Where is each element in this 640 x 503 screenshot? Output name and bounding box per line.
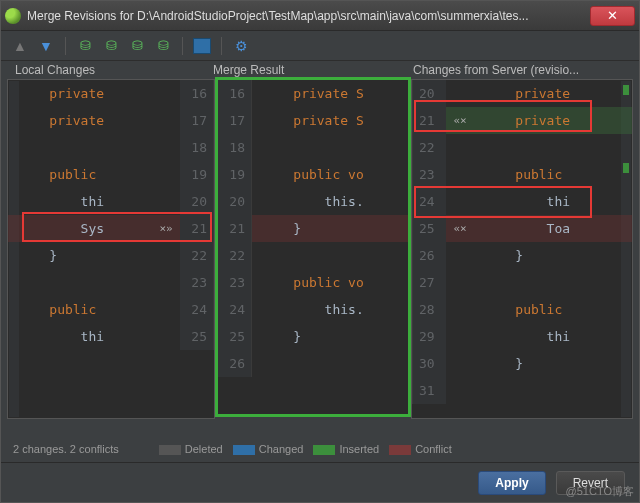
server-pane[interactable]: 20 private21«× private2223 public24 thi2… — [411, 79, 633, 419]
code-line[interactable]: 29 thi — [412, 323, 632, 350]
prev-diff-icon[interactable]: ▲ — [11, 37, 29, 55]
app-icon — [5, 8, 21, 24]
legend-bar: 2 changes. 2 conflicts Deleted Changed I… — [1, 436, 639, 462]
merge-label: Merge Result — [213, 63, 413, 77]
changed-swatch — [233, 445, 255, 455]
diff-panes: private 16 private 1718 public 19 thi20 … — [1, 79, 639, 436]
server-label: Changes from Server (revisio... — [413, 63, 629, 77]
code-line[interactable]: 19 public vo — [218, 161, 408, 188]
code-line[interactable]: 17 private S — [218, 107, 408, 134]
code-line[interactable]: public 19 — [8, 161, 214, 188]
apply-right-icon[interactable]: ⛁ — [102, 37, 120, 55]
merge-window: Merge Revisions for D:\AndroidStudioProj… — [0, 0, 640, 503]
next-diff-icon[interactable]: ▼ — [37, 37, 55, 55]
local-label: Local Changes — [15, 63, 213, 77]
close-button[interactable]: ✕ — [590, 6, 635, 26]
apply-left-icon[interactable]: ⛁ — [76, 37, 94, 55]
code-line[interactable]: thi20 — [8, 188, 214, 215]
code-line[interactable]: 26 — [218, 350, 408, 377]
code-line[interactable]: Sys×»21 — [8, 215, 214, 242]
window-title: Merge Revisions for D:\AndroidStudioProj… — [27, 9, 590, 23]
code-line[interactable]: 20 private — [412, 80, 632, 107]
watermark: @51CTO博客 — [566, 484, 634, 499]
apply-none-icon[interactable]: ⛁ — [154, 37, 172, 55]
code-line[interactable]: private 17 — [8, 107, 214, 134]
inserted-swatch — [313, 445, 335, 455]
code-line[interactable]: 23 public vo — [218, 269, 408, 296]
toolbar: ▲ ▼ ⛁ ⛁ ⛁ ⛁ ⚙ — [1, 31, 639, 61]
code-line[interactable]: 25 } — [218, 323, 408, 350]
code-line[interactable]: 24 thi — [412, 188, 632, 215]
merge-marker-icon[interactable]: ×» — [152, 215, 180, 242]
merge-marker-icon[interactable]: «× — [446, 107, 474, 134]
apply-both-icon[interactable]: ⛁ — [128, 37, 146, 55]
separator — [221, 37, 222, 55]
code-line[interactable]: 24 this. — [218, 296, 408, 323]
separator — [182, 37, 183, 55]
footer: Apply Revert — [1, 462, 639, 502]
code-line[interactable]: 21«× private — [412, 107, 632, 134]
separator — [65, 37, 66, 55]
code-line[interactable]: thi25 — [8, 323, 214, 350]
titlebar[interactable]: Merge Revisions for D:\AndroidStudioProj… — [1, 1, 639, 31]
code-line[interactable]: 30 } — [412, 350, 632, 377]
code-line[interactable]: 18 — [8, 134, 214, 161]
code-line[interactable]: 16 private S — [218, 80, 408, 107]
conflict-swatch — [389, 445, 411, 455]
code-line[interactable]: 31 — [412, 377, 632, 404]
code-line[interactable]: 25«× Toa — [412, 215, 632, 242]
code-line[interactable]: 21 } — [218, 215, 408, 242]
apply-button[interactable]: Apply — [478, 471, 545, 495]
status-text: 2 changes. 2 conflicts — [13, 443, 119, 455]
deleted-swatch — [159, 445, 181, 455]
code-line[interactable]: 28 public — [412, 296, 632, 323]
local-pane[interactable]: private 16 private 1718 public 19 thi20 … — [7, 79, 215, 419]
compare-mode-icon[interactable] — [193, 38, 211, 54]
code-line[interactable]: 22 — [218, 242, 408, 269]
code-line[interactable]: 20 this. — [218, 188, 408, 215]
code-line[interactable]: }22 — [8, 242, 214, 269]
code-line[interactable]: 18 — [218, 134, 408, 161]
code-line[interactable]: 23 — [8, 269, 214, 296]
merge-pane[interactable]: 16 private S17 private S1819 public vo20… — [215, 77, 411, 417]
merge-marker-icon[interactable]: «× — [446, 215, 474, 242]
code-line[interactable]: 26 } — [412, 242, 632, 269]
code-line[interactable]: 27 — [412, 269, 632, 296]
code-line[interactable]: 23 public — [412, 161, 632, 188]
code-line[interactable]: public 24 — [8, 296, 214, 323]
code-line[interactable]: 22 — [412, 134, 632, 161]
code-line[interactable]: private 16 — [8, 80, 214, 107]
settings-icon[interactable]: ⚙ — [232, 37, 250, 55]
